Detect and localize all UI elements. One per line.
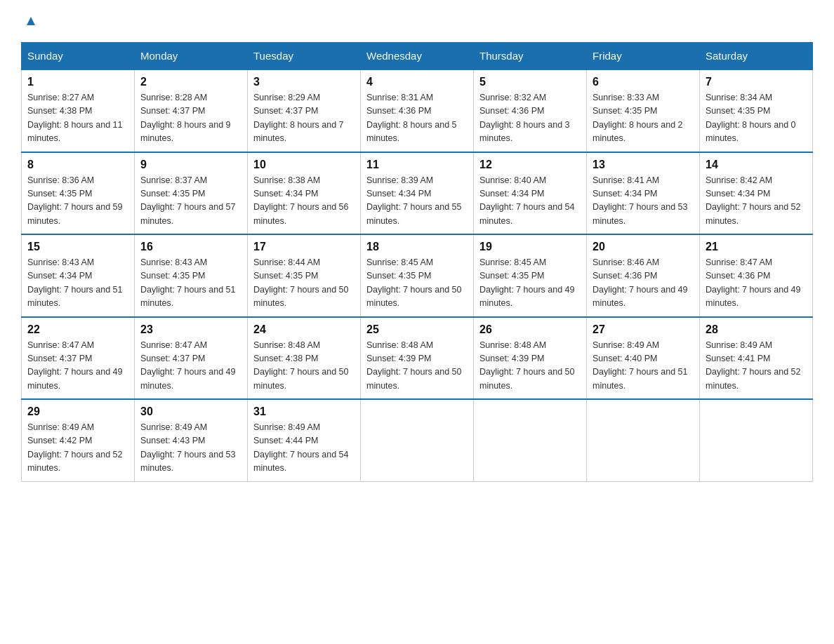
calendar-header: SundayMondayTuesdayWednesdayThursdayFrid… xyxy=(22,43,813,70)
day-info: Sunrise: 8:28 AMSunset: 4:37 PMDaylight:… xyxy=(140,91,241,146)
day-info: Sunrise: 8:38 AMSunset: 4:34 PMDaylight:… xyxy=(253,174,355,229)
calendar-day-cell xyxy=(361,399,474,481)
day-number: 22 xyxy=(27,323,128,336)
day-number: 6 xyxy=(593,76,694,88)
day-info: Sunrise: 8:42 AMSunset: 4:34 PMDaylight:… xyxy=(706,174,807,229)
day-number: 24 xyxy=(253,323,355,336)
calendar-day-cell: 8Sunrise: 8:36 AMSunset: 4:35 PMDaylight… xyxy=(22,152,135,235)
day-header-sunday: Sunday xyxy=(22,43,135,70)
calendar-day-cell: 10Sunrise: 8:38 AMSunset: 4:34 PMDayligh… xyxy=(248,152,361,235)
calendar-day-cell: 3Sunrise: 8:29 AMSunset: 4:37 PMDaylight… xyxy=(248,69,361,152)
calendar-week-row: 29Sunrise: 8:49 AMSunset: 4:42 PMDayligh… xyxy=(22,399,813,481)
day-info: Sunrise: 8:27 AMSunset: 4:38 PMDaylight:… xyxy=(27,91,128,146)
day-number: 29 xyxy=(27,405,128,418)
day-info: Sunrise: 8:49 AMSunset: 4:42 PMDaylight:… xyxy=(27,421,128,476)
day-info: Sunrise: 8:46 AMSunset: 4:36 PMDaylight:… xyxy=(593,256,694,311)
calendar-day-cell: 4Sunrise: 8:31 AMSunset: 4:36 PMDaylight… xyxy=(361,69,474,152)
calendar-day-cell: 26Sunrise: 8:48 AMSunset: 4:39 PMDayligh… xyxy=(474,317,587,400)
day-number: 14 xyxy=(706,159,807,171)
day-info: Sunrise: 8:34 AMSunset: 4:35 PMDaylight:… xyxy=(706,91,807,146)
day-number: 7 xyxy=(706,76,807,88)
day-info: Sunrise: 8:47 AMSunset: 4:37 PMDaylight:… xyxy=(27,339,128,394)
calendar-day-cell: 28Sunrise: 8:49 AMSunset: 4:41 PMDayligh… xyxy=(700,317,813,400)
day-info: Sunrise: 8:37 AMSunset: 4:35 PMDaylight:… xyxy=(140,174,241,229)
day-number: 17 xyxy=(253,241,355,253)
day-info: Sunrise: 8:43 AMSunset: 4:34 PMDaylight:… xyxy=(27,256,128,311)
day-number: 19 xyxy=(479,241,581,253)
calendar-day-cell: 21Sunrise: 8:47 AMSunset: 4:36 PMDayligh… xyxy=(700,234,813,317)
day-info: Sunrise: 8:45 AMSunset: 4:35 PMDaylight:… xyxy=(366,256,468,311)
calendar-body: 1Sunrise: 8:27 AMSunset: 4:38 PMDaylight… xyxy=(22,69,813,481)
day-info: Sunrise: 8:45 AMSunset: 4:35 PMDaylight:… xyxy=(479,256,581,311)
calendar-day-cell: 31Sunrise: 8:49 AMSunset: 4:44 PMDayligh… xyxy=(248,399,361,481)
day-number: 2 xyxy=(140,76,241,88)
day-info: Sunrise: 8:49 AMSunset: 4:44 PMDaylight:… xyxy=(253,421,355,476)
calendar-week-row: 1Sunrise: 8:27 AMSunset: 4:38 PMDaylight… xyxy=(22,69,813,152)
day-info: Sunrise: 8:47 AMSunset: 4:36 PMDaylight:… xyxy=(706,256,807,311)
day-number: 21 xyxy=(706,241,807,253)
calendar-day-cell: 23Sunrise: 8:47 AMSunset: 4:37 PMDayligh… xyxy=(135,317,248,400)
calendar-day-cell: 18Sunrise: 8:45 AMSunset: 4:35 PMDayligh… xyxy=(361,234,474,317)
day-number: 5 xyxy=(479,76,581,88)
calendar-table: SundayMondayTuesdayWednesdayThursdayFrid… xyxy=(21,42,813,482)
day-info: Sunrise: 8:48 AMSunset: 4:38 PMDaylight:… xyxy=(253,339,355,394)
calendar-day-cell: 30Sunrise: 8:49 AMSunset: 4:43 PMDayligh… xyxy=(135,399,248,481)
day-info: Sunrise: 8:29 AMSunset: 4:37 PMDaylight:… xyxy=(253,91,355,146)
day-number: 15 xyxy=(27,241,128,253)
day-info: Sunrise: 8:43 AMSunset: 4:35 PMDaylight:… xyxy=(140,256,241,311)
day-number: 10 xyxy=(253,159,355,171)
calendar-day-cell: 1Sunrise: 8:27 AMSunset: 4:38 PMDaylight… xyxy=(22,69,135,152)
day-info: Sunrise: 8:41 AMSunset: 4:34 PMDaylight:… xyxy=(593,174,694,229)
calendar-day-cell: 24Sunrise: 8:48 AMSunset: 4:38 PMDayligh… xyxy=(248,317,361,400)
day-number: 11 xyxy=(366,159,468,171)
day-number: 9 xyxy=(140,159,241,171)
day-info: Sunrise: 8:31 AMSunset: 4:36 PMDaylight:… xyxy=(366,91,468,146)
day-header-monday: Monday xyxy=(135,43,248,70)
day-number: 3 xyxy=(253,76,355,88)
calendar-day-cell: 9Sunrise: 8:37 AMSunset: 4:35 PMDaylight… xyxy=(135,152,248,235)
day-info: Sunrise: 8:36 AMSunset: 4:35 PMDaylight:… xyxy=(27,174,128,229)
day-number: 8 xyxy=(27,159,128,171)
svg-marker-0 xyxy=(27,17,35,25)
calendar-week-row: 15Sunrise: 8:43 AMSunset: 4:34 PMDayligh… xyxy=(22,234,813,317)
calendar-day-cell: 2Sunrise: 8:28 AMSunset: 4:37 PMDaylight… xyxy=(135,69,248,152)
day-info: Sunrise: 8:40 AMSunset: 4:34 PMDaylight:… xyxy=(479,174,581,229)
day-info: Sunrise: 8:49 AMSunset: 4:43 PMDaylight:… xyxy=(140,421,241,476)
calendar-day-cell: 20Sunrise: 8:46 AMSunset: 4:36 PMDayligh… xyxy=(587,234,700,317)
calendar-day-cell: 25Sunrise: 8:48 AMSunset: 4:39 PMDayligh… xyxy=(361,317,474,400)
day-number: 12 xyxy=(479,159,581,171)
calendar-week-row: 8Sunrise: 8:36 AMSunset: 4:35 PMDaylight… xyxy=(22,152,813,235)
logo-triangle-icon xyxy=(23,13,39,28)
calendar-day-cell: 5Sunrise: 8:32 AMSunset: 4:36 PMDaylight… xyxy=(474,69,587,152)
calendar-day-cell: 12Sunrise: 8:40 AMSunset: 4:34 PMDayligh… xyxy=(474,152,587,235)
day-number: 20 xyxy=(593,241,694,253)
day-info: Sunrise: 8:32 AMSunset: 4:36 PMDaylight:… xyxy=(479,91,581,146)
calendar-day-cell: 29Sunrise: 8:49 AMSunset: 4:42 PMDayligh… xyxy=(22,399,135,481)
day-info: Sunrise: 8:39 AMSunset: 4:34 PMDaylight:… xyxy=(366,174,468,229)
calendar-day-cell: 14Sunrise: 8:42 AMSunset: 4:34 PMDayligh… xyxy=(700,152,813,235)
day-info: Sunrise: 8:33 AMSunset: 4:35 PMDaylight:… xyxy=(593,91,694,146)
calendar-day-cell: 19Sunrise: 8:45 AMSunset: 4:35 PMDayligh… xyxy=(474,234,587,317)
day-header-tuesday: Tuesday xyxy=(248,43,361,70)
day-number: 25 xyxy=(366,323,468,336)
calendar-day-cell: 7Sunrise: 8:34 AMSunset: 4:35 PMDaylight… xyxy=(700,69,813,152)
day-info: Sunrise: 8:49 AMSunset: 4:40 PMDaylight:… xyxy=(593,339,694,394)
day-header-thursday: Thursday xyxy=(474,43,587,70)
calendar-day-cell: 11Sunrise: 8:39 AMSunset: 4:34 PMDayligh… xyxy=(361,152,474,235)
day-number: 30 xyxy=(140,405,241,418)
calendar-day-cell: 15Sunrise: 8:43 AMSunset: 4:34 PMDayligh… xyxy=(22,234,135,317)
day-info: Sunrise: 8:44 AMSunset: 4:35 PMDaylight:… xyxy=(253,256,355,311)
calendar-day-cell: 6Sunrise: 8:33 AMSunset: 4:35 PMDaylight… xyxy=(587,69,700,152)
day-info: Sunrise: 8:48 AMSunset: 4:39 PMDaylight:… xyxy=(479,339,581,394)
day-info: Sunrise: 8:47 AMSunset: 4:37 PMDaylight:… xyxy=(140,339,241,394)
day-number: 13 xyxy=(593,159,694,171)
day-number: 18 xyxy=(366,241,468,253)
logo xyxy=(21,14,39,28)
day-number: 27 xyxy=(593,323,694,336)
day-number: 4 xyxy=(366,76,468,88)
calendar-day-cell xyxy=(587,399,700,481)
day-number: 16 xyxy=(140,241,241,253)
day-header-saturday: Saturday xyxy=(700,43,813,70)
calendar-day-cell: 16Sunrise: 8:43 AMSunset: 4:35 PMDayligh… xyxy=(135,234,248,317)
day-number: 28 xyxy=(706,323,807,336)
